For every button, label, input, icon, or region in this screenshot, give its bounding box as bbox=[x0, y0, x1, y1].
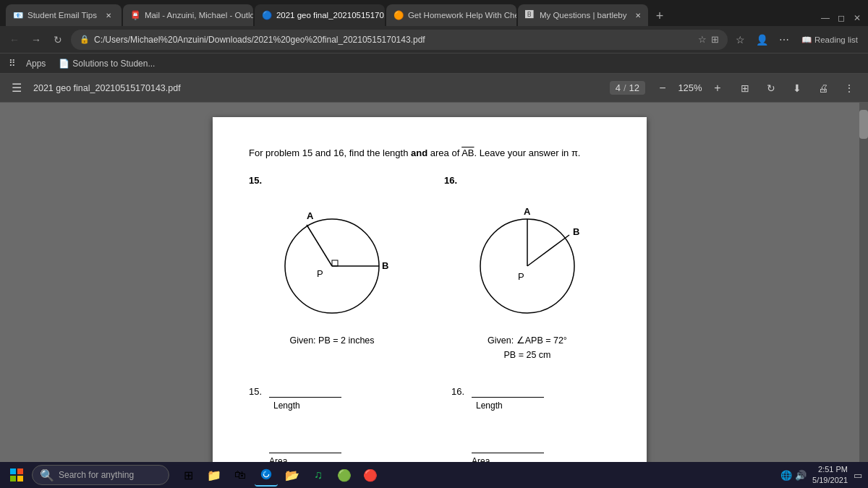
volume-icon[interactable]: 🔊 bbox=[795, 470, 807, 481]
page-indicator: 4 / 12 bbox=[610, 81, 645, 95]
star-icon[interactable]: ☆ bbox=[698, 34, 707, 45]
answer-line-area-16 bbox=[472, 440, 544, 453]
tab-close-5[interactable]: ✕ bbox=[632, 9, 644, 21]
tab-bar: 📧 Student Email Tips ✕ 📮 Mail - Anzuini,… bbox=[0, 0, 868, 26]
tab-geo-final[interactable]: 🔵 2021 geo final_20210515170143 ✕ bbox=[255, 4, 385, 26]
edge-browser-button[interactable] bbox=[255, 463, 278, 487]
pdf-page: For problem 15 and 16, find the length a… bbox=[213, 117, 647, 462]
profile-icon[interactable]: 👤 bbox=[754, 31, 771, 48]
tab-label-2: Mail - Anzuini, Michael - Outlook bbox=[145, 11, 253, 20]
show-desktop-button[interactable]: ▭ bbox=[854, 470, 862, 481]
answer-section: 15. Length Area 16. Length Area bbox=[249, 384, 610, 463]
tab-bartleby[interactable]: 🅱 My Questions | bartleby ✕ bbox=[518, 4, 648, 26]
answer-block-16: 16. Length Area bbox=[451, 384, 610, 463]
zoom-out-button[interactable]: − bbox=[654, 80, 671, 97]
favorites-icon[interactable]: ☆ bbox=[732, 31, 749, 48]
apps-grid-icon: ⠿ bbox=[9, 58, 16, 69]
svg-rect-16 bbox=[17, 476, 23, 481]
main-area: For problem 15 and 16, find the length a… bbox=[0, 103, 868, 462]
pdf-scrollbar[interactable] bbox=[859, 103, 868, 462]
zoom-in-button[interactable]: + bbox=[709, 80, 726, 97]
tab-favicon-2: 📮 bbox=[130, 10, 140, 20]
system-clock[interactable]: 2:51 PM 5/19/2021 bbox=[812, 464, 848, 487]
answer-line-length-15 bbox=[269, 384, 341, 398]
taskbar-right: 🌐 🔊 2:51 PM 5/19/2021 ▭ bbox=[780, 464, 862, 487]
url-icons: ☆ ⊞ bbox=[698, 34, 719, 45]
answer-line-area-15 bbox=[269, 440, 341, 453]
minimize-button[interactable]: — bbox=[820, 13, 830, 23]
bookmark-solutions-icon: 📄 bbox=[59, 59, 69, 69]
chrome-button[interactable]: 🟢 bbox=[333, 463, 356, 487]
tab-close-1[interactable]: ✕ bbox=[103, 9, 114, 21]
back-button[interactable]: ← bbox=[6, 31, 23, 48]
task-view-button[interactable]: ⊞ bbox=[176, 463, 200, 487]
bookmark-apps-label: Apps bbox=[26, 59, 46, 69]
restore-button[interactable]: ◻ bbox=[836, 13, 846, 23]
svg-line-9 bbox=[527, 235, 569, 266]
url-bar[interactable]: 🔒 C:/Users/Michael%20Anzuini/Downloads/2… bbox=[71, 30, 728, 50]
problem-15: 15. A bbox=[249, 175, 415, 362]
pdf-title: 2021 geo final_20210515170143.pdf bbox=[33, 83, 601, 93]
forward-button[interactable]: → bbox=[27, 31, 45, 48]
svg-rect-14 bbox=[17, 468, 23, 474]
answer-num-15: 15. bbox=[249, 386, 265, 397]
answer-label-area-16: Area bbox=[472, 456, 610, 463]
scrollbar-thumb[interactable] bbox=[859, 110, 868, 139]
collections-icon[interactable]: ⊞ bbox=[711, 34, 719, 45]
answer-line-length-16 bbox=[472, 384, 544, 398]
tab-student-email[interactable]: 📧 Student Email Tips ✕ bbox=[6, 4, 122, 26]
new-tab-button[interactable]: + bbox=[650, 6, 670, 26]
browser-chrome: 📧 Student Email Tips ✕ 📮 Mail - Anzuini,… bbox=[0, 0, 868, 103]
problem-16-label: 16. bbox=[444, 175, 610, 186]
fit-page-button[interactable]: ⊞ bbox=[735, 78, 755, 98]
answer-num-16: 16. bbox=[451, 386, 467, 397]
page-current: 4 bbox=[616, 82, 621, 93]
bookmark-solutions-label: Solutions to Studen... bbox=[72, 59, 155, 69]
svg-text:B: B bbox=[573, 226, 579, 237]
start-button[interactable] bbox=[6, 464, 27, 486]
tab-chegg[interactable]: 🟠 Get Homework Help With Cheg ✕ bbox=[386, 4, 516, 26]
app8-button[interactable]: 🔴 bbox=[359, 463, 382, 487]
tab-outlook[interactable]: 📮 Mail - Anzuini, Michael - Outlook ✕ bbox=[123, 4, 253, 26]
file-manager-button[interactable]: 📂 bbox=[281, 463, 304, 487]
rotate-button[interactable]: ↻ bbox=[761, 78, 781, 98]
bookmark-apps[interactable]: Apps bbox=[23, 57, 48, 70]
tab-label-3: 2021 geo final_20210515170143 bbox=[276, 11, 385, 20]
url-text: C:/Users/Michael%20Anzuini/Downloads/202… bbox=[94, 35, 694, 45]
bookmark-solutions[interactable]: 📄 Solutions to Studen... bbox=[56, 57, 158, 70]
spotify-button[interactable]: ♫ bbox=[307, 463, 330, 487]
more-options-button[interactable]: ⋮ bbox=[839, 78, 859, 98]
window-controls: — ◻ ✕ bbox=[820, 13, 862, 26]
refresh-button[interactable]: ↻ bbox=[49, 31, 67, 48]
taskbar-icons: ⊞ 📁 🛍 📂 ♫ 🟢 🔴 bbox=[176, 463, 382, 487]
store-button[interactable]: 🛍 bbox=[229, 463, 252, 487]
reading-list-button[interactable]: 📖 Reading list bbox=[797, 33, 862, 46]
network-icon[interactable]: 🌐 bbox=[780, 470, 792, 481]
pdf-toolbar-right: ⊞ ↻ ⬇ 🖨 ⋮ bbox=[735, 78, 859, 98]
tab-favicon-5: 🅱 bbox=[525, 10, 535, 20]
lock-icon: 🔒 bbox=[80, 35, 90, 44]
circle-diagram-15: A B P bbox=[263, 190, 401, 328]
svg-text:A: A bbox=[524, 206, 531, 217]
close-button[interactable]: ✕ bbox=[852, 13, 862, 23]
download-button[interactable]: ⬇ bbox=[787, 78, 807, 98]
svg-text:B: B bbox=[382, 260, 388, 271]
svg-text:P: P bbox=[317, 268, 323, 279]
zoom-level: 125% bbox=[676, 82, 705, 93]
address-bar: ← → ↻ 🔒 C:/Users/Michael%20Anzuini/Downl… bbox=[0, 26, 868, 53]
file-explorer-button[interactable]: 📁 bbox=[203, 463, 226, 487]
answer-block-15: 15. Length Area bbox=[249, 384, 408, 463]
reading-list-label: Reading list bbox=[814, 35, 858, 44]
svg-rect-3 bbox=[332, 260, 338, 266]
search-placeholder: Search for anything bbox=[59, 470, 134, 480]
page-separator: / bbox=[624, 82, 626, 93]
answer-label-length-15: Length bbox=[273, 401, 408, 411]
reading-list-icon: 📖 bbox=[801, 35, 812, 45]
settings-icon[interactable]: ⋯ bbox=[775, 31, 793, 48]
pdf-instructions: For problem 15 and 16, find the length a… bbox=[249, 146, 610, 160]
hamburger-menu[interactable]: ☰ bbox=[9, 78, 25, 98]
taskbar-search-box[interactable]: 🔍 Search for anything bbox=[32, 465, 169, 485]
svg-rect-15 bbox=[10, 476, 16, 481]
answer-label-length-16: Length bbox=[476, 401, 610, 411]
print-button[interactable]: 🖨 bbox=[813, 78, 833, 98]
